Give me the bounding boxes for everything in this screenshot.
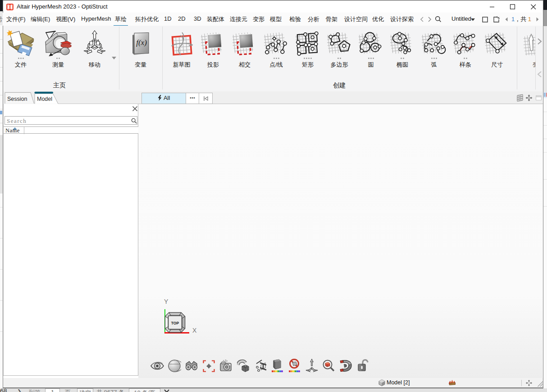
svg-text:Session: Session xyxy=(7,96,27,102)
svg-text:Model: Model xyxy=(37,96,52,102)
svg-text:TOP: TOP xyxy=(171,321,179,325)
svg-text:f(x): f(x) xyxy=(136,38,147,47)
